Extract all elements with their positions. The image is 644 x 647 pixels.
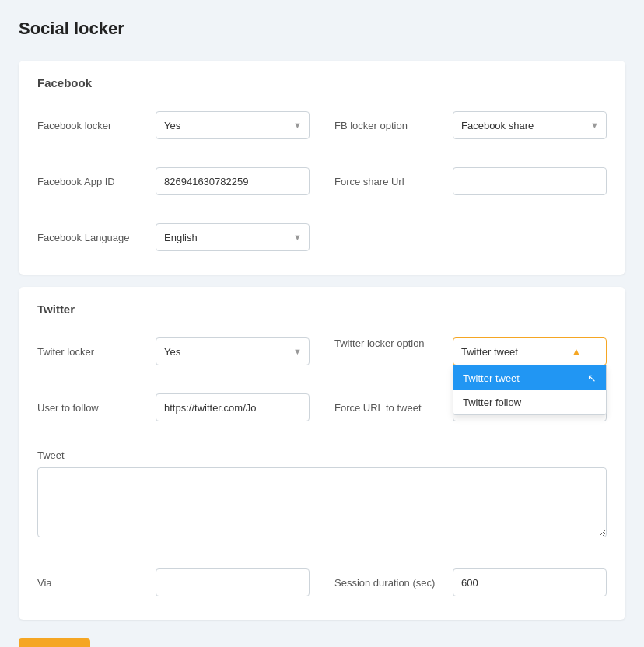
- tweet-row: Tweet: [37, 442, 607, 548]
- facebook-app-id-label: Facebook App ID: [37, 176, 146, 187]
- force-share-url-label: Force share Url: [334, 176, 443, 187]
- facebook-section-title: Facebook: [37, 76, 607, 89]
- twitter-locker-option-menu: Twitter tweet ↖ Twitter follow: [453, 365, 607, 415]
- twitter-tweet-label: Twitter tweet: [463, 372, 520, 384]
- facebook-app-id-row: Facebook App ID: [37, 159, 310, 203]
- facebook-language-label: Facebook Language: [37, 232, 146, 243]
- fb-locker-option-row: FB locker option Facebook share Facebook…: [334, 103, 607, 147]
- via-label: Via: [37, 577, 146, 589]
- page-title: Social locker: [19, 19, 625, 39]
- save-button[interactable]: SAVE: [19, 638, 90, 647]
- twitter-section-title: Twitter: [37, 303, 607, 316]
- twitter-locker-row: Twiter locker Yes No ▼: [37, 330, 310, 373]
- facebook-language-select-wrapper: English French German Spanish ▼: [156, 223, 310, 251]
- user-to-follow-label: User to follow: [37, 402, 146, 414]
- session-duration-row: Session duration (sec): [334, 561, 607, 604]
- twitter-locker-option-arrow-icon: ▲: [572, 346, 581, 357]
- session-duration-input[interactable]: [453, 568, 607, 596]
- via-input[interactable]: [156, 568, 310, 596]
- facebook-locker-select[interactable]: Yes No: [156, 111, 310, 139]
- facebook-app-id-input[interactable]: [156, 167, 310, 195]
- facebook-locker-label: Facebook locker: [37, 120, 146, 131]
- session-duration-label: Session duration (sec): [334, 577, 443, 589]
- facebook-locker-row: Facebook locker Yes No ▼: [37, 103, 310, 147]
- user-to-follow-input[interactable]: [156, 393, 310, 421]
- twitter-locker-option-btn[interactable]: Twitter tweet ▲: [453, 337, 607, 365]
- twitter-locker-select[interactable]: Yes No: [156, 337, 310, 365]
- facebook-locker-select-wrapper: Yes No ▼: [156, 111, 310, 139]
- facebook-section: Facebook Facebook locker Yes No ▼ FB loc…: [19, 61, 625, 275]
- fb-locker-option-label: FB locker option: [334, 120, 443, 131]
- fb-locker-option-select[interactable]: Facebook share Facebook like Facebook re…: [453, 111, 607, 139]
- twitter-locker-option-dropdown-container: Twitter tweet ▲ Twitter tweet ↖ Twitter …: [453, 337, 607, 365]
- fb-locker-option-select-wrapper: Facebook share Facebook like Facebook re…: [453, 111, 607, 139]
- force-url-tweet-label: Force URL to tweet: [334, 402, 443, 414]
- twitter-locker-option-label: Twitter locker option: [334, 337, 443, 349]
- facebook-language-row: Facebook Language English French German …: [37, 215, 310, 259]
- twitter-locker-option-row: Twitter locker option Twitter tweet ▲ Tw…: [334, 330, 607, 373]
- force-share-url-row: Force share Url: [334, 159, 607, 203]
- twitter-follow-label: Twitter follow: [463, 397, 521, 408]
- tweet-textarea[interactable]: [37, 467, 607, 537]
- twitter-locker-select-wrapper: Yes No ▼: [156, 337, 310, 365]
- tweet-label: Tweet: [37, 449, 607, 461]
- twitter-section: Twitter Twiter locker Yes No ▼ Twitter l…: [19, 287, 625, 620]
- twitter-locker-option-value: Twitter tweet: [461, 346, 518, 358]
- twitter-follow-option[interactable]: Twitter follow: [453, 390, 606, 414]
- twitter-tweet-option[interactable]: Twitter tweet ↖: [453, 365, 606, 390]
- cursor-icon: ↖: [587, 372, 597, 384]
- user-to-follow-row: User to follow: [37, 386, 310, 429]
- facebook-language-select[interactable]: English French German Spanish: [156, 223, 310, 251]
- force-share-url-input[interactable]: [453, 167, 607, 195]
- via-row: Via: [37, 561, 310, 604]
- twitter-locker-label: Twiter locker: [37, 346, 146, 358]
